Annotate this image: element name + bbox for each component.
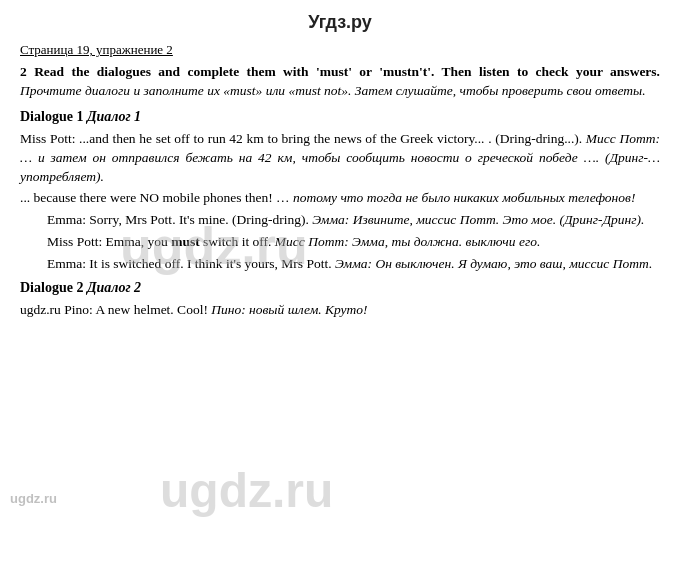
- line-1: Miss Pott: ...and then he set off to run…: [20, 130, 660, 187]
- site-title: Угдз.ру: [20, 10, 660, 35]
- line-4: Miss Pott: Emma, you must switch it off.…: [20, 233, 660, 252]
- line-3-ru: Эмма: Извините, миссис Потт. Это мое. (Д…: [312, 212, 644, 227]
- dialogue1-header: Dialogue 1 Диалог 1: [20, 107, 660, 127]
- line-4-en-pre: Miss Pott: Emma, you: [47, 234, 171, 249]
- line-2: ... because there were NO mobile phones …: [20, 189, 660, 208]
- line-3-en: Emma: Sorry, Mrs Pott. It's mine. (Dring…: [47, 212, 312, 227]
- line-d2-1-en: Pino: A new helmet. Cool!: [64, 302, 211, 317]
- task-instruction: 2 Read the dialogues and complete them w…: [20, 63, 660, 101]
- dialogue2-label-en: Dialogue 2: [20, 280, 83, 295]
- line-5: Emma: It is switched off. I think it's y…: [20, 255, 660, 274]
- task-bold-text: Read the dialogues and complete them wit…: [34, 64, 660, 79]
- line-4-must: must: [171, 234, 200, 249]
- watermark-bottom: ugdz.ru: [160, 457, 333, 524]
- line-1-en: Miss Pott: ...and then he set off to run…: [20, 131, 586, 146]
- line-d2-1: ugdz.ru Pino: A new helmet. Cool! Пино: …: [20, 301, 660, 320]
- dialogue2-label-ru-text: Диалог 2: [87, 280, 141, 295]
- line-5-ru: Эмма: Он выключен. Я думаю, это ваш, мис…: [335, 256, 652, 271]
- line-4-ru: Мисс Потт: Эмма, ты должна. выключи его.: [275, 234, 541, 249]
- dialogue1-label-en: Dialogue 1: [20, 109, 83, 124]
- task-number: 2: [20, 64, 27, 79]
- line-2-en: ... because there were NO mobile phones …: [20, 190, 293, 205]
- watermark-small: ugdz.ru: [10, 490, 57, 508]
- line-3: Emma: Sorry, Mrs Pott. It's mine. (Dring…: [20, 211, 660, 230]
- line-5-en: Emma: It is switched off. I think it's y…: [47, 256, 335, 271]
- line-d2-1-ru: Пино: новый шлем. Круто!: [211, 302, 367, 317]
- line-d2-1-source: ugdz.ru: [20, 302, 61, 317]
- dialogue2-header: Dialogue 2 Диалог 2: [20, 278, 660, 298]
- page-reference: Страница 19, упражнение 2: [20, 41, 660, 59]
- line-2-ru: потому что тогда не было никаких мобильн…: [293, 190, 636, 205]
- task-russian-text: Прочтите диалоги и заполните их «must» и…: [20, 83, 646, 98]
- line-4-en-post: switch it off.: [200, 234, 275, 249]
- page-container: Угдз.ру Страница 19, упражнение 2 2 Read…: [0, 0, 680, 584]
- dialogue1-label-ru-text: Диалог 1: [87, 109, 141, 124]
